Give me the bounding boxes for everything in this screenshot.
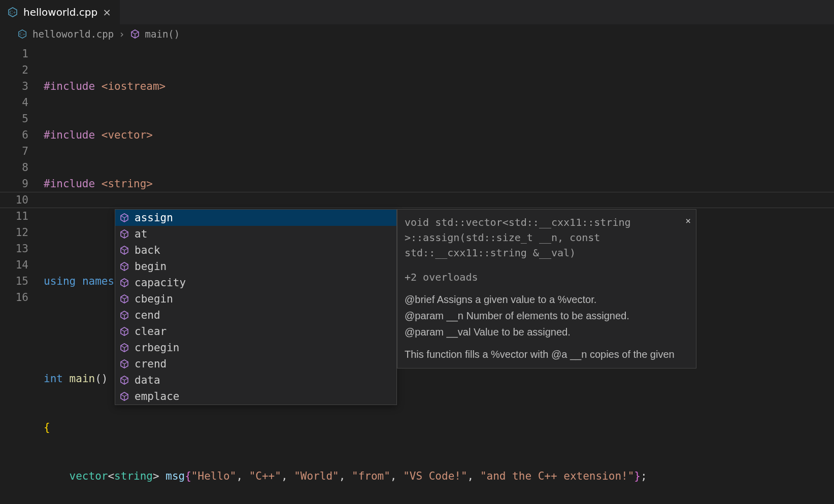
suggestion-label: emplace [135, 390, 180, 402]
line-number: 4 [0, 94, 28, 111]
method-icon [119, 359, 129, 369]
doc-line: @brief Assigns a given value to a %vecto… [405, 292, 689, 307]
suggestion-label: crend [135, 358, 166, 370]
line-number: 16 [0, 289, 28, 306]
suggestion-item[interactable]: crbegin [115, 340, 396, 356]
cpp-file-icon [7, 7, 18, 18]
suggestion-label: assign [135, 212, 173, 224]
method-icon [119, 326, 129, 337]
suggestion-item[interactable]: begin [115, 258, 396, 275]
tab-bar: helloworld.cpp × [0, 0, 834, 24]
method-icon [119, 375, 129, 385]
cpp-file-icon [17, 29, 27, 39]
line-number: 10 [0, 192, 28, 208]
method-icon [119, 245, 129, 255]
method-icon [119, 229, 129, 239]
code-line: vector<string> msg{"Hello", "C++", "Worl… [44, 468, 834, 484]
suggestion-item[interactable]: assign [115, 210, 396, 226]
suggestion-item[interactable]: at [115, 226, 396, 242]
method-icon [119, 213, 129, 223]
suggestion-item[interactable]: emplace [115, 388, 396, 405]
doc-line: @param __val Value to be assigned. [405, 324, 689, 340]
line-number: 11 [0, 208, 28, 224]
line-number: 15 [0, 273, 28, 289]
method-icon [119, 343, 129, 353]
suggestion-item[interactable]: cbegin [115, 291, 396, 307]
method-icon [130, 29, 140, 39]
suggestion-item[interactable]: data [115, 372, 396, 388]
close-icon[interactable]: × [103, 7, 111, 17]
line-number: 2 [0, 62, 28, 78]
line-number: 14 [0, 257, 28, 273]
code-line: { [44, 419, 834, 435]
tab-helloworld[interactable]: helloworld.cpp × [0, 0, 120, 24]
line-number: 12 [0, 224, 28, 241]
line-number: 13 [0, 241, 28, 257]
breadcrumb-file[interactable]: helloworld.cpp [32, 28, 114, 40]
overloads-text: +2 overloads [405, 270, 689, 285]
method-icon [119, 261, 129, 272]
breadcrumb[interactable]: helloworld.cpp › main() [0, 24, 834, 42]
close-icon[interactable]: × [685, 214, 691, 227]
breadcrumb-symbol[interactable]: main() [145, 28, 180, 40]
suggestion-label: data [135, 374, 160, 386]
suggestion-label: back [135, 244, 160, 256]
suggestion-label: begin [135, 260, 166, 273]
suggestion-item[interactable]: cend [115, 307, 396, 323]
suggestion-label: clear [135, 325, 166, 338]
intellisense-detail-panel: × void std::vector<std::__cxx11::string … [397, 209, 696, 368]
line-number: 5 [0, 111, 28, 127]
code-line: #include <iostream> [44, 78, 834, 94]
suggestion-label: crbegin [135, 342, 180, 354]
suggestion-label: capacity [135, 277, 186, 289]
line-number: 3 [0, 78, 28, 94]
method-icon [119, 294, 129, 304]
suggestion-label: cbegin [135, 293, 173, 305]
line-number: 8 [0, 159, 28, 176]
code-editor[interactable]: 1 2 3 4 5 6 7 8 9 10 11 12 13 14 15 16 #… [0, 42, 834, 504]
line-number-gutter: 1 2 3 4 5 6 7 8 9 10 11 12 13 14 15 16 [0, 46, 44, 504]
line-number: 6 [0, 127, 28, 143]
suggestion-item[interactable]: crend [115, 356, 396, 372]
signature-text: void std::vector<std::__cxx11::string >:… [405, 215, 689, 260]
suggestion-item[interactable]: clear [115, 323, 396, 340]
suggestion-item[interactable]: back [115, 242, 396, 258]
doc-line: @param __n Number of elements to be assi… [405, 308, 689, 323]
intellisense-suggestion-list[interactable]: assignatbackbegincapacitycbegincendclear… [115, 209, 397, 405]
method-icon [119, 310, 129, 320]
code-line: #include <vector> [44, 127, 834, 143]
doc-line: This function fills a %vector with @a __… [405, 347, 689, 362]
method-icon [119, 278, 129, 288]
method-icon [119, 391, 129, 401]
line-number: 1 [0, 46, 28, 62]
line-number: 9 [0, 176, 28, 192]
line-number: 7 [0, 143, 28, 159]
suggestion-label: cend [135, 309, 160, 321]
code-line: #include <string> [44, 176, 834, 192]
suggestion-item[interactable]: capacity [115, 275, 396, 291]
tab-label: helloworld.cpp [23, 6, 97, 18]
chevron-right-icon: › [119, 28, 124, 40]
suggestion-label: at [135, 228, 147, 240]
